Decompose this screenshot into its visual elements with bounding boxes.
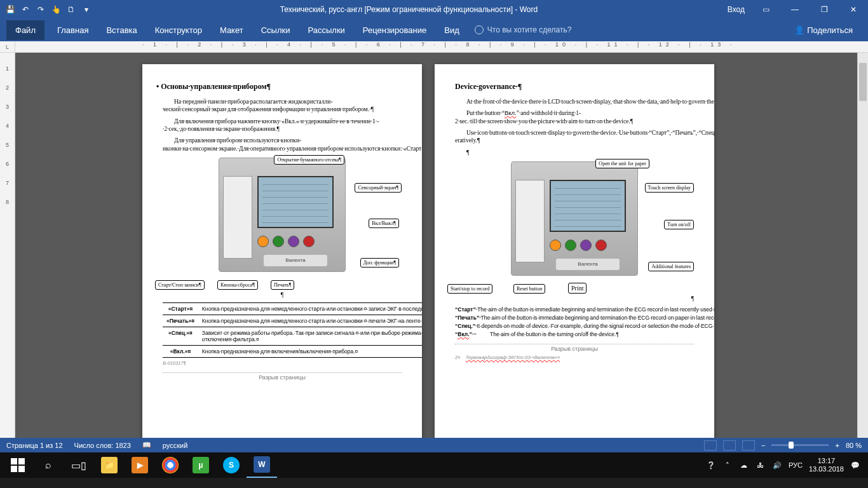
tell-me-search[interactable]: Что вы хотите сделать? [468, 25, 578, 34]
zoom-out-button[interactable]: − [761, 442, 765, 449]
skype-button[interactable]: S [216, 452, 247, 478]
para-ru-2[interactable]: Для·включения·прибора·нажмите·кнопку·«Вк… [163, 118, 402, 133]
para-en-3[interactable]: Use·icon·buttons·on·touch·screen·display… [455, 129, 694, 145]
status-words[interactable]: Число слов: 1823 [74, 442, 131, 449]
scrollbar-thumb[interactable] [859, 63, 867, 101]
para-marker[interactable]: ¶ [163, 291, 402, 299]
button-defs-en[interactable]: “Старт”·The·aim·of·the·button·is·immedia… [455, 306, 694, 337]
save-icon[interactable]: 💾 [5, 4, 15, 15]
zoom-in-button[interactable]: + [835, 442, 839, 449]
tab-layout[interactable]: Макет [211, 20, 252, 40]
footnote-ru[interactable]: В-010317¶ [163, 360, 402, 366]
page-2-english[interactable]: Device·governance·¶ At·the·front·of·the·… [435, 64, 714, 438]
def-row: “Печать”·The·aim·of·the·button·is·immedi… [455, 315, 694, 321]
para-en-2[interactable]: Put·the·button·“Вкл.”·and·withhold·it·du… [455, 109, 694, 125]
para-ru-3[interactable]: Для·управления·прибором·используются·кно… [163, 137, 402, 152]
start-button[interactable] [3, 452, 33, 478]
new-doc-icon[interactable]: 🗋 [66, 4, 76, 15]
tab-insert[interactable]: Вставка [97, 20, 146, 40]
ruler-vertical[interactable]: 12345678 [0, 53, 15, 438]
para-en-4[interactable]: ¶ [455, 149, 694, 156]
action-center-icon[interactable]: 💬 [850, 460, 860, 470]
status-page[interactable]: Страница 1 из 12 [6, 442, 63, 449]
def-row: “Вкл.”···The·aim·of·the·button·is·the·tu… [455, 331, 694, 337]
quick-access-toolbar: 💾 ↶ ↷ 👆 🗋 ▾ [0, 4, 97, 15]
tab-mailings[interactable]: Рассылки [299, 20, 353, 40]
minimize-icon[interactable]: — [780, 0, 810, 18]
tab-file[interactable]: Файл [6, 20, 44, 40]
heading-ru[interactable]: Основы·управления·прибором¶ [163, 82, 402, 92]
vertical-scrollbar[interactable] [857, 53, 868, 438]
proofing-icon[interactable]: 📖 [142, 441, 151, 449]
share-icon: 👤 [794, 25, 804, 35]
movies-button[interactable]: ▶ [125, 452, 155, 478]
tab-design[interactable]: Конструктор [146, 20, 211, 40]
ribbon: Файл Главная Вставка Конструктор Макет С… [0, 18, 868, 41]
tab-selector[interactable]: L [0, 41, 15, 52]
share-button[interactable]: 👤 Поделиться [785, 25, 862, 35]
callout-onoff-en[interactable]: Turn on/off [664, 220, 694, 229]
system-tray: ❔ ˄ ☁ 🖧 🔊 РУС 13:17 13.03.2018 💬 [706, 457, 865, 473]
view-web-layout-icon[interactable] [742, 440, 755, 451]
tab-references[interactable]: Ссылки [252, 20, 299, 40]
tray-chevron-up-icon[interactable]: ˄ [722, 460, 733, 470]
view-read-mode-icon[interactable] [704, 440, 717, 451]
onedrive-icon[interactable]: ☁ [739, 460, 749, 470]
tab-home[interactable]: Главная [48, 20, 97, 40]
view-print-layout-icon[interactable] [723, 440, 736, 451]
maximize-icon[interactable]: ❐ [810, 0, 839, 18]
callout-onoff[interactable]: Вкл/Выкл¶ [369, 219, 399, 228]
para-en-1[interactable]: At·the·front·of·the·device·there·is·LCD·… [455, 98, 694, 105]
zoom-level[interactable]: 80 % [846, 442, 862, 449]
tab-review[interactable]: Рецензирование [354, 20, 435, 40]
def-row: “Спец.”·It·depends·on·mode·of·device.·Fo… [455, 323, 694, 329]
callout-reset-en[interactable]: Reset button [513, 284, 545, 294]
callout-paper-en[interactable]: Open the unit for paper [595, 159, 649, 168]
input-language[interactable]: РУС [789, 461, 803, 469]
volume-icon[interactable]: 🔊 [772, 460, 782, 470]
button-table-ru[interactable]: «Старт»¤Кнопка·предназначена·для·немедле… [163, 302, 422, 358]
btn-start-icon [550, 240, 561, 251]
undo-icon[interactable]: ↶ [20, 4, 31, 15]
clock[interactable]: 13:17 13.03.2018 [809, 457, 844, 473]
document-canvas[interactable]: Основы·управления·прибором¶ На·передней·… [15, 53, 857, 438]
signin-button[interactable]: Вход [721, 5, 751, 14]
torrent-button[interactable]: µ [186, 452, 216, 478]
callout-reset[interactable]: Кнопка·сброса¶ [217, 280, 258, 290]
para-ru-1[interactable]: На·передней·панели·прибора·располагается… [163, 98, 402, 114]
status-language[interactable]: русский [163, 442, 187, 449]
heading-en[interactable]: Device·governance·¶ [455, 82, 694, 92]
zoom-slider[interactable] [771, 444, 829, 446]
para-marker-en[interactable]: ¶ [455, 295, 694, 302]
task-view-button[interactable]: ▭▯ [64, 452, 94, 478]
network-icon[interactable]: 🖧 [756, 460, 766, 470]
callout-startstop[interactable]: Старт/Стоп·записи¶ [155, 280, 205, 290]
word-button[interactable]: W [247, 452, 277, 478]
redo-icon[interactable]: ↷ [36, 4, 46, 15]
close-icon[interactable]: ✕ [839, 0, 868, 18]
callout-screen-en[interactable]: Touch screen display [645, 183, 694, 193]
callout-extra-en[interactable]: Additional features [648, 262, 694, 271]
tab-view[interactable]: Вид [435, 20, 468, 40]
page-1-russian[interactable]: Основы·управления·прибором¶ На·передней·… [142, 64, 422, 438]
zoom-slider-knob[interactable] [789, 442, 794, 449]
chrome-button[interactable] [155, 452, 186, 478]
search-button[interactable]: ⌕ [33, 452, 64, 478]
callout-print-en[interactable]: Print [568, 283, 587, 294]
qat-customize-icon[interactable]: ▾ [81, 4, 92, 15]
file-explorer-button[interactable]: 📁 [94, 452, 125, 478]
skype-icon: S [223, 457, 240, 473]
ribbon-options-icon[interactable]: ▭ [751, 0, 780, 18]
callout-print[interactable]: Печать¶ [271, 280, 294, 290]
footnote-en[interactable]: 2¤ Термокардиограф·ЭКГКm-03·«Валента»¤ [455, 355, 694, 360]
callout-extra[interactable]: Доп.·функции¶ [360, 258, 399, 268]
callout-paper[interactable]: Открытие·бумажного·отсека¶ [274, 155, 344, 165]
clock-time: 13:17 [809, 457, 844, 465]
callout-startstop-en[interactable]: Start/stop to record [447, 284, 492, 294]
ruler-horizontal[interactable]: L · 1 · | · 2 · | · 3 · | · 4 · | · 5 · … [0, 41, 868, 53]
touch-mode-icon[interactable]: 👆 [51, 4, 61, 15]
titlebar: 💾 ↶ ↷ 👆 🗋 ▾ Технический, русс-англ [Режи… [0, 0, 868, 18]
help-icon[interactable]: ❔ [706, 460, 716, 470]
table-row: «Старт»¤Кнопка·предназначена·для·немедле… [163, 303, 422, 315]
callout-screen[interactable]: Сенсорный·экран¶ [355, 183, 402, 193]
